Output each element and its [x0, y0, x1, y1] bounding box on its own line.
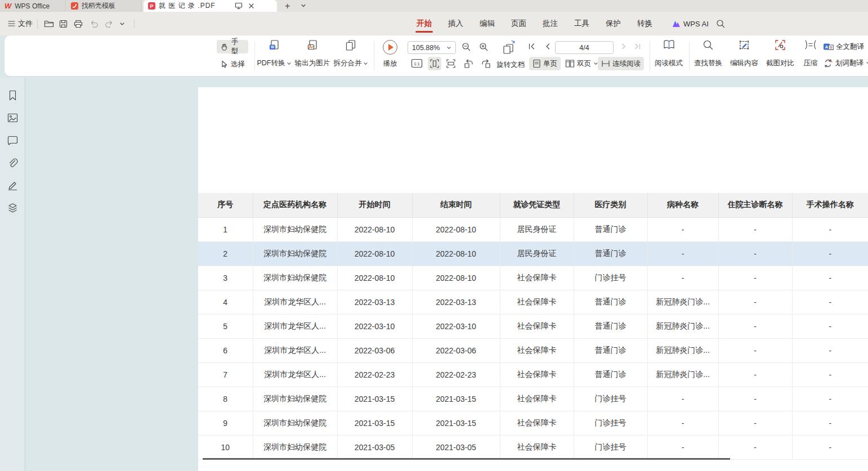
replace-pages-button[interactable] — [501, 39, 517, 55]
zoom-level-select[interactable]: 105.88% — [408, 41, 456, 54]
table-row[interactable]: 5深圳市龙华区人...2022-03-102022-03-10社会保障卡普通门诊… — [198, 314, 868, 338]
tab-docer[interactable]: 找稻壳模板 — [66, 0, 142, 12]
table-row[interactable]: 6深圳市龙华区人...2022-03-062022-03-06社会保障卡普通门诊… — [198, 338, 868, 362]
zoom-in-button[interactable] — [479, 42, 489, 52]
table-cell: 门诊挂号 — [574, 387, 647, 411]
edit-content-button[interactable]: 编辑内容 — [727, 38, 761, 70]
file-menu-button[interactable]: 文件 — [8, 12, 33, 35]
menu-tab-protect[interactable]: 保护 — [606, 12, 621, 35]
table-row[interactable]: 3深圳市妇幼保健院2022-08-102022-08-10社会保障卡门诊挂号--… — [198, 266, 868, 290]
single-page-button[interactable]: 单页 — [529, 57, 561, 70]
tab-wps-office[interactable]: W WPS Office — [0, 0, 66, 12]
column-header: 序号 — [198, 193, 253, 217]
table-cell: 居民身份证 — [500, 217, 574, 241]
wps-ai-button[interactable]: WPS AI — [672, 12, 709, 35]
word-translate-icon: xA — [823, 59, 833, 68]
table-row[interactable]: 4深圳市龙华区人...2022-03-132022-03-13社会保障卡普通门诊… — [198, 290, 868, 314]
replace-pages-icon — [501, 39, 517, 55]
table-row[interactable]: 7深圳市龙华区人...2022-02-232022-02-23社会保障卡普通门诊… — [198, 362, 868, 387]
table-cell: - — [792, 387, 868, 411]
table-cell: - — [792, 411, 868, 435]
pdf-convert-button[interactable]: W PDF转换 — [257, 38, 292, 70]
menu-tab-insert[interactable]: 插入 — [448, 12, 463, 35]
tab-list-dropdown-icon[interactable] — [301, 2, 306, 10]
read-mode-button[interactable]: 阅读模式 — [652, 38, 686, 70]
wps-ai-label: WPS AI — [683, 20, 709, 28]
table-cell: - — [718, 217, 792, 241]
double-page-button[interactable]: 双页 — [562, 57, 602, 70]
horizontal-scrollbar-thumb[interactable] — [203, 458, 730, 460]
fit-page-icon — [429, 59, 440, 69]
tab-document[interactable]: P 就 医 记 录 .PDF — [144, 0, 277, 12]
table-cell: 社会保障卡 — [500, 290, 574, 314]
table-cell: 6 — [198, 338, 253, 362]
pdf-convert-label: PDF转换 — [257, 59, 285, 68]
hand-tool-button[interactable]: 手型 — [217, 40, 248, 53]
close-tab-icon[interactable] — [248, 3, 254, 9]
menu-tab-home[interactable]: 开始 — [417, 12, 432, 35]
word-translate-button[interactable]: xA 划词翻译 — [820, 56, 868, 70]
new-tab-button[interactable]: + — [285, 0, 290, 12]
table-cell: 普通门诊 — [574, 362, 647, 387]
actual-size-button[interactable]: 1:1 — [411, 59, 423, 68]
fit-width-icon — [446, 59, 456, 69]
undo-button[interactable] — [90, 12, 99, 35]
table-cell: 社会保障卡 — [500, 435, 574, 459]
comments-panel-button[interactable] — [5, 133, 20, 148]
table-cell: - — [718, 362, 792, 387]
table-cell: 9 — [198, 411, 253, 435]
table-cell: 普通门诊 — [574, 241, 647, 266]
first-page-button[interactable] — [528, 43, 535, 50]
rotate-left-button[interactable] — [463, 58, 474, 69]
open-file-button[interactable] — [44, 12, 54, 35]
table-row[interactable]: 9深圳市妇幼保健院2021-03-152021-03-15社会保障卡门诊挂号--… — [198, 411, 868, 435]
prev-page-button[interactable] — [544, 43, 551, 50]
layers-panel-button[interactable] — [5, 200, 20, 216]
select-tool-button[interactable]: 选择 — [217, 57, 248, 71]
rotate-doc-label[interactable]: 旋转文档 — [496, 60, 525, 70]
menu-tab-edit[interactable]: 编辑 — [480, 12, 495, 35]
table-cell: 新冠肺炎门诊... — [647, 362, 718, 387]
signature-panel-button[interactable] — [5, 178, 20, 193]
menu-tab-page[interactable]: 页面 — [511, 12, 526, 35]
page-indicator-input[interactable]: 4/4 — [555, 41, 614, 54]
continuous-read-button[interactable]: 连续阅读 — [598, 57, 644, 70]
print-button[interactable] — [74, 12, 83, 35]
table-row[interactable]: 10深圳市妇幼保健院2021-03-052021-03-05社会保障卡门诊挂号-… — [198, 435, 868, 459]
find-replace-button[interactable]: 查找替换 — [691, 38, 725, 70]
table-cell: - — [647, 266, 718, 290]
pdf-page[interactable]: 序号定点医药机构名称开始时间结束时间就诊凭证类型医疗类别病种名称住院主诊断名称手… — [198, 87, 868, 471]
attachments-panel-button[interactable] — [5, 155, 20, 171]
undo-redo-dropdown[interactable] — [119, 12, 125, 35]
docer-icon — [71, 2, 78, 10]
monitor-icon[interactable] — [235, 2, 243, 10]
full-translate-button[interactable]: A文 全文翻译 — [820, 40, 867, 53]
screenshot-compare-button[interactable]: 截图对比 — [763, 38, 797, 70]
table-row[interactable]: 8深圳市妇幼保健院2021-03-152021-03-15社会保障卡门诊挂号--… — [198, 387, 868, 411]
menu-search-button[interactable] — [716, 12, 725, 35]
bookmarks-panel-button[interactable] — [5, 88, 20, 103]
menu-tab-comment[interactable]: 批注 — [543, 12, 558, 35]
save-button[interactable] — [59, 12, 68, 35]
fit-width-button[interactable] — [446, 59, 456, 69]
zoom-out-button[interactable] — [462, 42, 472, 52]
export-image-button[interactable]: 输出为图片 — [294, 38, 331, 70]
menu-tab-tools[interactable]: 工具 — [574, 12, 589, 35]
fit-page-button[interactable] — [428, 57, 441, 70]
redo-button[interactable] — [105, 12, 114, 35]
thumbnails-panel-button[interactable] — [5, 110, 20, 125]
table-cell: 深圳市龙华区人... — [253, 314, 337, 338]
rotate-right-button[interactable] — [481, 58, 491, 69]
last-page-button[interactable] — [634, 43, 641, 50]
next-page-button[interactable] — [620, 43, 627, 50]
play-button[interactable] — [383, 40, 397, 55]
table-cell: - — [792, 217, 868, 241]
compress-button[interactable]: 压缩 — [799, 38, 822, 70]
table-row[interactable]: 2深圳市妇幼保健院2022-08-102022-08-10居民身份证普通门诊--… — [198, 241, 868, 266]
split-merge-button[interactable]: 拆分合并 — [333, 38, 368, 70]
table-cell: 普通门诊 — [574, 314, 647, 338]
table-row[interactable]: 1深圳市妇幼保健院2022-08-102022-08-10居民身份证普通门诊--… — [198, 217, 868, 241]
menu-tab-convert[interactable]: 转换 — [637, 12, 652, 35]
rotate-right-icon — [481, 58, 491, 69]
wps-ai-logo-icon — [672, 20, 681, 28]
